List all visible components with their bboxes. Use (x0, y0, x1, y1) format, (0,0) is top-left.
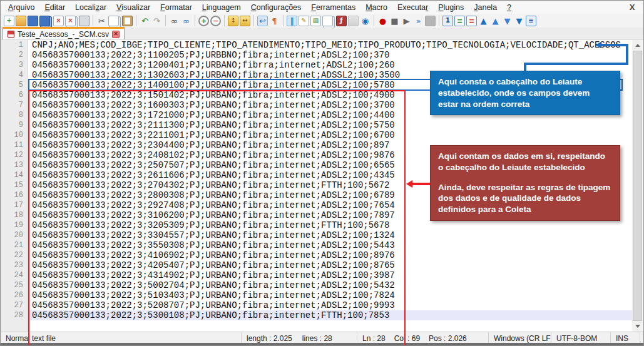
toolbar-separator (283, 15, 284, 26)
line-number: 10 (1, 130, 28, 140)
line-number: 9 (1, 120, 28, 130)
line-number: 3 (1, 60, 28, 70)
line-number: 7 (1, 100, 28, 110)
menu-item-ferramentas[interactable]: Ferramentas (306, 2, 360, 13)
blue-connector-segment (524, 63, 526, 71)
show-all-characters-icon[interactable]: ¶ (269, 16, 280, 26)
menu-item-help[interactable]: ? (502, 2, 516, 13)
line-number: 18 (1, 210, 28, 220)
blue-connector-segment (524, 63, 628, 65)
goto-first-line-icon[interactable]: ▲ (478, 16, 489, 26)
word-wrap-icon[interactable]: ↩ (257, 16, 268, 26)
save-icon[interactable] (28, 16, 38, 26)
print-icon[interactable] (79, 16, 89, 26)
line-number: 25 (1, 280, 28, 290)
line-number: 20 (1, 230, 28, 240)
menu-item-janela[interactable]: Janela (469, 2, 502, 13)
window-close-button[interactable]: X (626, 2, 638, 13)
line-number: 12 (1, 150, 28, 160)
data-callout: Aqui contam os dados em si, respeitando … (430, 145, 620, 221)
menu-item-visualizar[interactable]: Visualizar (111, 2, 155, 13)
line-number: 11 (1, 140, 28, 150)
line-number: 19 (1, 220, 28, 230)
editor-line[interactable]: 1CNPJ;ANO;MES;COD_IBGE;TIPO_CLIENTE;TIPO… (1, 40, 632, 50)
editor-line[interactable]: 204568357000133;2022;3;1100205;PJ;URBBNO… (1, 50, 632, 60)
data-callout-text-1: Aqui contam os dados em si, respeitando … (438, 151, 612, 173)
open-folder-icon[interactable] (16, 16, 26, 26)
line-number: 8 (1, 110, 28, 120)
prev-bookmark-icon[interactable]: ▲ (490, 16, 501, 26)
sync-vertical-scroll-icon[interactable]: ↕ (228, 16, 238, 26)
menu-item-linguagem[interactable]: Linguagem (197, 2, 246, 13)
monitoring-icon[interactable]: ◉ (360, 16, 371, 26)
scroll-up-arrow-icon[interactable] (632, 40, 643, 51)
cut-icon[interactable]: ✂ (96, 16, 107, 26)
line-number: 4 (1, 70, 28, 80)
bookmark-icon[interactable]: 1 (442, 16, 453, 26)
document-switcher-icon[interactable] (322, 16, 333, 26)
macro-save-icon (425, 16, 436, 26)
toolbar-separator (165, 15, 166, 26)
red-connector-segment (411, 183, 431, 185)
scrollbar-thumb[interactable] (633, 51, 642, 321)
clear-bookmarks-icon[interactable]: ≡ (466, 16, 477, 26)
line-number: 22 (1, 250, 28, 260)
sync-horizontal-scroll-icon[interactable]: ↔ (240, 16, 250, 26)
macro-stop-icon[interactable]: ■ (389, 16, 400, 26)
toolbar-separator (136, 15, 136, 26)
close-all-files-icon[interactable]: × (65, 16, 76, 26)
find-icon[interactable]: ∞ (169, 16, 180, 26)
status-pos: Pos : 2.026 (429, 334, 467, 343)
data-highlight-box (28, 90, 406, 346)
tab-teste-acessos-scm[interactable]: Teste_Acessos_-_SCM.csv ✕ (3, 27, 125, 39)
toolbar-separator (439, 15, 439, 26)
macro-record-icon[interactable]: ● (377, 16, 388, 26)
red-connector-arrowhead (406, 180, 412, 188)
editor-line[interactable]: 304568357000133;2022;3;1200401;PJ;URBANO… (1, 60, 632, 70)
line-number: 28 (1, 310, 28, 320)
header-callout: Aqui consta o cabeçalho do Leiaute estab… (430, 71, 620, 115)
menu-item-editar[interactable]: Editar (39, 2, 70, 13)
document-map-icon[interactable]: ▤ (310, 16, 321, 26)
user-defined-dialog-icon[interactable]: ✎ (299, 16, 309, 26)
zoom-out-icon[interactable]: − (210, 16, 221, 26)
scroll-down-arrow-icon[interactable] (632, 321, 643, 332)
undo-icon[interactable]: ↶ (140, 16, 150, 26)
replace-icon[interactable]: ∞ (181, 16, 192, 26)
next-bookmark-icon[interactable]: ▼ (502, 16, 513, 26)
menu-item-localizar[interactable]: Localizar (70, 2, 111, 13)
blue-connector-segment (626, 44, 628, 64)
vertical-scrollbar[interactable] (632, 40, 643, 332)
save-all-icon[interactable] (39, 16, 50, 26)
redo-icon[interactable]: ↷ (151, 16, 162, 26)
paste-icon[interactable] (122, 16, 133, 26)
zoom-in-icon[interactable]: + (198, 16, 209, 26)
menu-item-formatar[interactable]: Formatar (155, 2, 197, 13)
data-callout-text-2: Ainda, deve respeitar as regras de tipag… (438, 182, 612, 215)
menu-item-macro[interactable]: Macro (360, 2, 392, 13)
new-file-icon[interactable]: + (4, 16, 14, 26)
line-number: 16 (1, 190, 28, 200)
menu-item-arquivo[interactable]: Arquivo (3, 2, 39, 13)
close-file-icon[interactable]: × (53, 16, 64, 26)
menu-items: ArquivoEditarLocalizarVisualizarFormatar… (3, 2, 516, 13)
line-number: 26 (1, 290, 28, 300)
menu-item-executar[interactable]: Executar (392, 2, 433, 13)
tab-close-icon[interactable]: ✕ (112, 31, 120, 38)
indent-guide-icon[interactable]: ∥ (287, 16, 297, 26)
menu-item-configuraes[interactable]: Configurações (246, 2, 307, 13)
function-list-icon[interactable]: ƒ (336, 16, 347, 26)
macro-play-icon[interactable]: ▶ (401, 16, 412, 26)
unsaved-floppy-icon (8, 31, 14, 38)
line-number: 27 (1, 300, 28, 310)
compare-icon[interactable]: ≡ (526, 16, 536, 26)
goto-last-line-icon[interactable]: ▼ (514, 16, 524, 26)
line-number: 5 (1, 80, 28, 90)
line-text: 04568357000133;2022;3;1200401;PJ;URBANO;… (28, 60, 632, 70)
list-bookmarks-icon[interactable]: ≡ (454, 16, 465, 26)
menu-item-plugins[interactable]: Plugins (433, 2, 469, 13)
line-number: 21 (1, 240, 28, 250)
copy-icon[interactable] (108, 16, 119, 26)
macro-run-multiple-icon[interactable]: » (413, 16, 424, 26)
menu-bar: ArquivoEditarLocalizarVisualizarFormatar… (1, 1, 643, 14)
